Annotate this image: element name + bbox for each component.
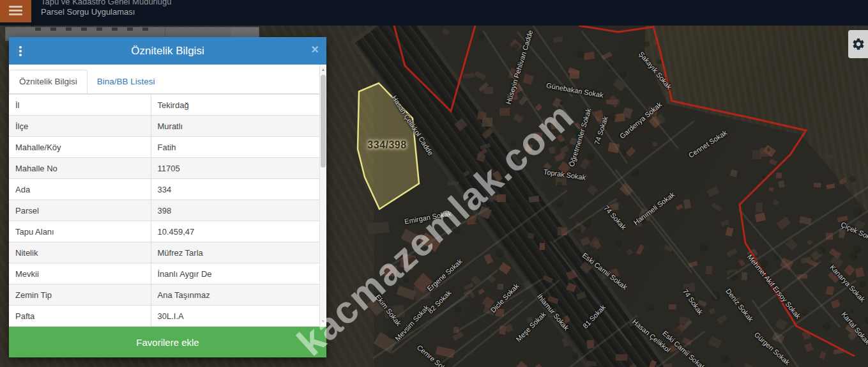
row-label: Nitelik — [9, 242, 151, 263]
row-label: Ada — [9, 179, 151, 200]
row-value: Fatih — [151, 137, 319, 158]
tab[interactable]: Bina/BB Listesi — [88, 70, 165, 93]
parcel-query-app: Hasan Çelikkol CaddeHüseyin Pehlivan Cad… — [0, 0, 868, 367]
table-row: Zemin TipAna Taşınmaz — [9, 285, 319, 306]
row-value: Müfrez Tarla — [151, 242, 319, 263]
hamburger-icon — [9, 6, 22, 16]
row-label: Pafta — [9, 306, 151, 327]
scrollbar-thumb[interactable] — [321, 75, 326, 168]
row-label: Mahalle/Köy — [9, 137, 151, 158]
row-value: 334 — [151, 179, 319, 200]
table-row: Mevkiiİnanlı Aygır De — [9, 263, 319, 285]
modal-title: Öznitelik Bilgisi — [9, 37, 326, 65]
settings-button[interactable] — [848, 30, 868, 58]
attribute-modal: Öznitelik Bilgisi × Öznitelik BilgisiBin… — [9, 37, 326, 357]
table-row: Ada334 — [9, 179, 319, 200]
row-label: Mahalle No — [9, 158, 151, 179]
table-row: Mahalle/KöyFatih — [9, 137, 319, 158]
attribute-table-wrap: İlTekirdağİlçeMuratlıMahalle/KöyFatihMah… — [9, 94, 319, 327]
tab[interactable]: Öznitelik Bilgisi — [9, 70, 88, 93]
row-label: İl — [9, 95, 151, 116]
tab-bar: Öznitelik BilgisiBina/BB Listesi — [9, 65, 319, 94]
row-label: Mevkii — [9, 263, 151, 285]
row-label: Parsel — [9, 200, 151, 221]
attribute-table: İlTekirdağİlçeMuratlıMahalle/KöyFatihMah… — [9, 94, 319, 327]
close-icon[interactable]: × — [311, 42, 319, 57]
row-label: İlçe — [9, 116, 151, 137]
modal-scrollbar[interactable]: ▲ ▼ — [319, 65, 326, 327]
modal-header: Öznitelik Bilgisi × — [9, 37, 326, 65]
topbar: Tapu ve Kadastro Genel Müdürlüğü Parsel … — [0, 0, 868, 26]
table-row: Pafta30L.I.A — [9, 306, 319, 327]
table-row: İlçeMuratlı — [9, 116, 319, 137]
row-value: Tekirdağ — [151, 95, 319, 116]
table-row: Tapu Alanı10.459,47 — [9, 221, 319, 242]
app-titles: Tapu ve Kadastro Genel Müdürlüğü Parsel … — [41, 0, 172, 17]
row-value: 398 — [151, 200, 319, 221]
row-label: Zemin Tip — [9, 285, 151, 306]
row-value: 30L.I.A — [151, 306, 319, 327]
table-row: İlTekirdağ — [9, 95, 319, 116]
app-title: Tapu ve Kadastro Genel Müdürlüğü — [41, 0, 172, 7]
app-subtitle: Parsel Sorgu Uygulaması — [41, 7, 172, 17]
table-row: Mahalle No11705 — [9, 158, 319, 179]
row-value: İnanlı Aygır De — [151, 263, 319, 285]
row-value: 11705 — [151, 158, 319, 179]
row-value: Ana Taşınmaz — [151, 285, 319, 306]
table-row: NitelikMüfrez Tarla — [9, 242, 319, 263]
row-value: 10.459,47 — [151, 221, 319, 242]
gear-icon — [851, 37, 865, 51]
row-label: Tapu Alanı — [9, 221, 151, 242]
parcel-number-label: 334/398 — [367, 139, 406, 151]
table-row: Parsel398 — [9, 200, 319, 221]
row-value: Muratlı — [151, 116, 319, 137]
scroll-up-icon[interactable]: ▲ — [320, 66, 326, 74]
add-favorites-button[interactable]: Favorilere ekle — [9, 327, 326, 357]
menu-button[interactable] — [0, 0, 31, 22]
